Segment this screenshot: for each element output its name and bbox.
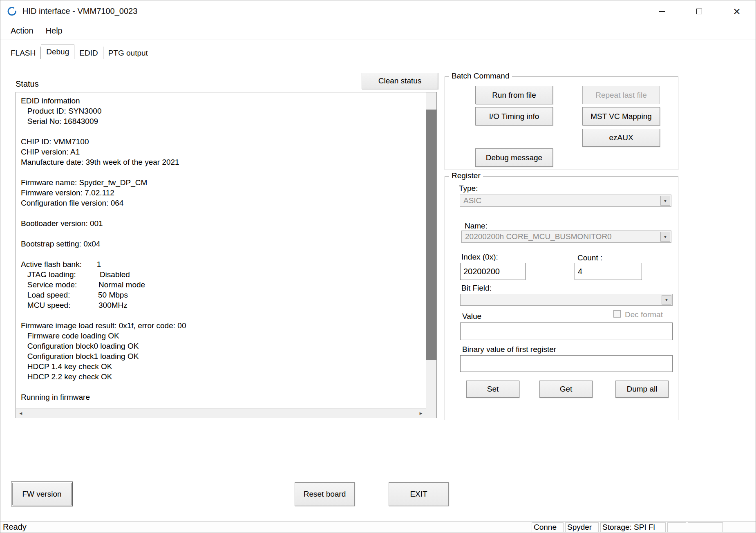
io-timing-info-button[interactable]: I/O Timing info (475, 107, 553, 125)
bit-field-combo-arrow-icon[interactable]: ▼ (662, 295, 671, 305)
statusbar-cell-empty-2 (688, 522, 723, 532)
scroll-left-icon[interactable]: ◄ (16, 409, 26, 418)
name-combo: 20200200h CORE_MCU_BUSMONITOR0 ▼ (461, 231, 671, 243)
window-title: HID interface - VMM7100_0023 (22, 7, 137, 16)
statusbar-storage: Storage: SPI Fl (600, 522, 666, 532)
horizontal-scrollbar[interactable]: ◄ ► (16, 408, 426, 418)
name-combo-arrow-icon: ▼ (660, 232, 670, 242)
mst-vc-mapping-button[interactable]: MST VC Mapping (582, 107, 660, 125)
statusbar-firmware-name: Spyder (565, 522, 599, 532)
vertical-scrollbar-thumb[interactable] (426, 110, 436, 360)
fw-version-button[interactable]: FW version (12, 483, 72, 505)
app-window: HID interface - VMM7100_0023 × Action He… (0, 0, 756, 533)
batch-command-group: Batch Command Run from file Repeat last … (445, 76, 678, 170)
menu-action[interactable]: Action (4, 24, 40, 38)
vertical-scrollbar[interactable] (426, 92, 436, 408)
scroll-right-icon[interactable]: ► (416, 409, 426, 418)
statusbar: Ready Conne Spyder Storage: SPI Fl (0, 521, 756, 533)
footer-separator (0, 474, 756, 474)
type-combo-arrow-icon: ▼ (660, 196, 670, 206)
count-label: Count : (577, 253, 602, 262)
clean-status-label: Clean status (362, 76, 438, 85)
window-controls: × (643, 0, 756, 22)
fw-version-focus-ring: FW version (11, 481, 73, 506)
value-input[interactable] (460, 322, 673, 340)
titlebar: HID interface - VMM7100_0023 × (0, 0, 756, 22)
clean-status-button[interactable]: Clean status (362, 73, 438, 89)
maximize-button[interactable] (680, 0, 718, 22)
repeat-last-file-button: Repeat last file (582, 86, 660, 104)
maximize-icon (696, 9, 702, 14)
batch-command-title: Batch Command (449, 72, 512, 81)
register-title: Register (449, 171, 483, 180)
status-label: Status (16, 79, 39, 89)
dump-all-button[interactable]: Dump all (615, 381, 669, 398)
name-combo-value: 20200200h CORE_MCU_BUSMONITOR0 (462, 231, 659, 242)
app-logo-icon (7, 6, 18, 17)
menubar: Action Help (0, 22, 756, 40)
dec-format-checkbox (613, 310, 621, 318)
count-input[interactable] (575, 263, 642, 280)
exit-button[interactable]: EXIT (389, 482, 449, 506)
statusbar-ready: Ready (3, 522, 27, 533)
statusbar-cell-empty-1 (667, 522, 686, 532)
binary-value-input[interactable] (460, 355, 673, 372)
index-input[interactable] (460, 263, 526, 280)
close-icon: × (733, 5, 740, 18)
close-button[interactable]: × (718, 0, 756, 22)
tab-ptg-output[interactable]: PTG output (103, 47, 153, 59)
ezaux-button[interactable]: ezAUX (582, 129, 660, 147)
dec-format-label: Dec format (625, 310, 663, 319)
tabstrip: FLASH Debug EDID PTG output (5, 45, 153, 59)
tab-debug[interactable]: Debug (41, 45, 74, 59)
minimize-icon (659, 11, 665, 12)
menu-help[interactable]: Help (40, 24, 69, 38)
run-from-file-button[interactable]: Run from file (475, 86, 553, 104)
type-label: Type: (459, 184, 478, 193)
bit-field-label: Bit Field: (461, 284, 492, 293)
binary-value-label: Binary value of first register (462, 345, 556, 354)
type-combo: ASIC ▼ (460, 195, 671, 207)
scrollbar-corner (426, 408, 436, 418)
name-label: Name: (465, 222, 488, 231)
reset-board-button[interactable]: Reset board (295, 482, 355, 506)
debug-message-button[interactable]: Debug message (475, 148, 553, 167)
set-button[interactable]: Set (466, 381, 519, 398)
type-combo-value: ASIC (460, 195, 659, 206)
register-group: Register Type: ASIC ▼ Name: 20200200h CO… (445, 176, 678, 420)
get-button[interactable]: Get (539, 381, 593, 398)
value-label: Value (462, 312, 481, 321)
tab-edid[interactable]: EDID (74, 47, 103, 59)
status-output-box: EDID information Product ID: SYN3000 Ser… (16, 92, 437, 418)
index-label: Index (0x): (461, 253, 498, 262)
statusbar-connection: Conne (532, 522, 564, 532)
status-text: EDID information Product ID: SYN3000 Ser… (16, 92, 426, 408)
minimize-button[interactable] (643, 0, 680, 22)
tab-flash[interactable]: FLASH (5, 47, 41, 59)
bit-field-combo[interactable]: ▼ (460, 294, 673, 306)
